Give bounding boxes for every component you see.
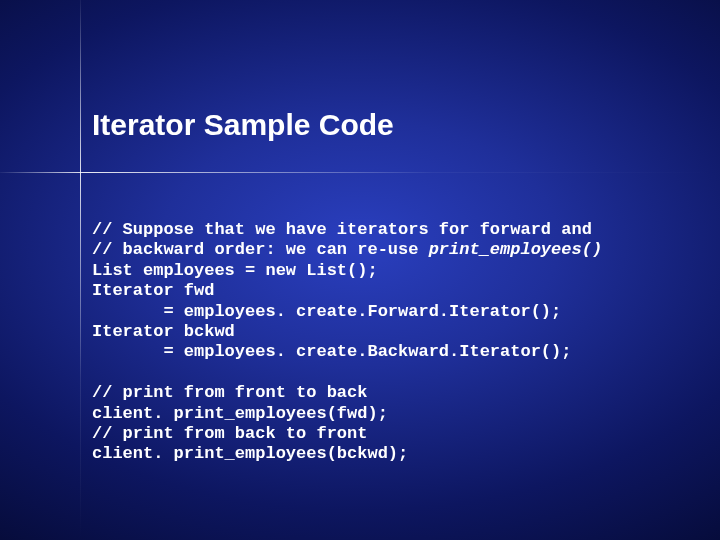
code-line: // print from back to front — [92, 424, 367, 443]
code-line: List employees = new List(); — [92, 261, 378, 280]
code-line: = employees. create.Forward.Iterator(); — [92, 302, 561, 321]
code-line: Iterator fwd — [92, 281, 214, 300]
slide-title: Iterator Sample Code — [92, 108, 394, 142]
code-line: // print from front to back — [92, 383, 367, 402]
code-emph: print_employees() — [429, 240, 602, 259]
code-line: // backward order: we can re-use — [92, 240, 429, 259]
slide: Iterator Sample Code // Suppose that we … — [0, 0, 720, 540]
code-line: Iterator bckwd — [92, 322, 235, 341]
code-line: client. print_employees(bckwd); — [92, 444, 408, 463]
vertical-rule — [80, 0, 81, 540]
code-block: // Suppose that we have iterators for fo… — [92, 220, 680, 465]
code-line — [92, 363, 102, 382]
code-line: // Suppose that we have iterators for fo… — [92, 220, 592, 239]
code-line: client. print_employees(fwd); — [92, 404, 388, 423]
code-line: = employees. create.Backward.Iterator(); — [92, 342, 571, 361]
horizontal-rule — [0, 172, 720, 173]
